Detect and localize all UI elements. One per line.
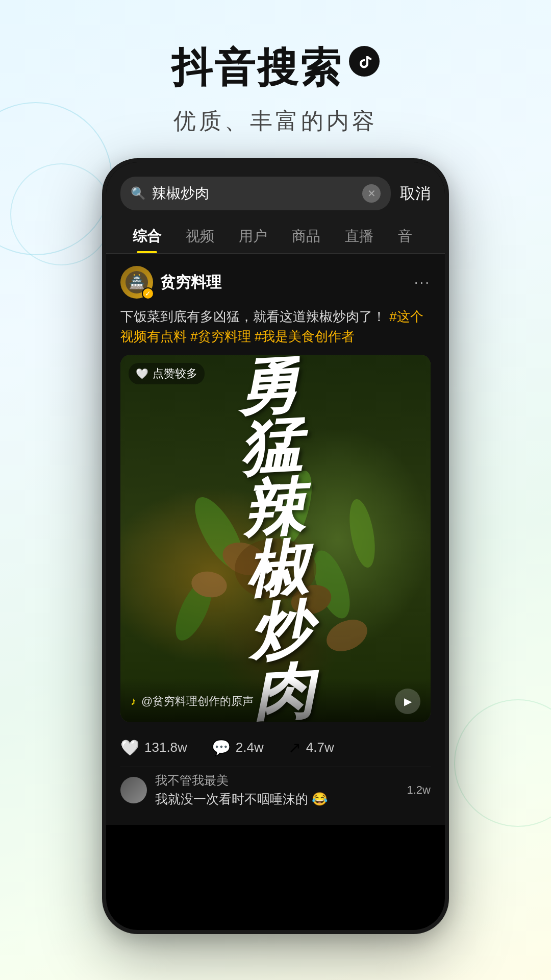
search-icon: 🔍	[131, 186, 146, 201]
phone-mockup: 🔍 辣椒炒肉 ✕ 取消 综合 视频 用户 商品	[102, 158, 449, 934]
comment-row: 我不管我最美 我就没一次看时不咽唾沫的 😂 1.2w	[120, 767, 431, 813]
likes-stat[interactable]: 🤍 131.8w	[120, 739, 187, 756]
cancel-search-button[interactable]: 取消	[400, 183, 431, 204]
likes-count: 131.8w	[144, 740, 187, 755]
bg-decoration-circle-2	[10, 163, 112, 265]
verified-icon: ✓	[142, 287, 154, 300]
hashtag-3[interactable]: #我是美食创作者	[255, 329, 355, 344]
tiktok-logo-badge	[349, 46, 380, 77]
video-source-text: @贫穷料理创作的原声	[141, 694, 254, 709]
search-tabs: 综合 视频 用户 商品 直播 音	[106, 218, 445, 254]
heart-icon: 🤍	[120, 739, 139, 756]
commenter-name: 我不管我最美	[155, 772, 399, 789]
tab-商品[interactable]: 商品	[280, 218, 333, 253]
post-description: 下饭菜到底有多凶猛，就看这道辣椒炒肉了！ #这个视频有点料 #贫穷料理 #我是美…	[120, 307, 431, 347]
content-area: 🏯 ✓ 贫穷料理 ··· 下饭菜到底有多凶猛，就看这道辣椒炒肉了！ #这个视频有…	[106, 254, 445, 825]
tab-音[interactable]: 音	[386, 218, 424, 253]
video-source: ♪ @贫穷料理创作的原声	[131, 694, 254, 709]
tab-视频[interactable]: 视频	[173, 218, 227, 253]
app-title: 抖音搜索	[171, 41, 343, 96]
post-author-wrap: 🏯 ✓ 贫穷料理	[120, 266, 221, 299]
play-button[interactable]: ▶	[395, 689, 420, 714]
tiktok-music-icon: ♪	[131, 695, 136, 708]
author-avatar-wrap: 🏯 ✓	[120, 266, 153, 299]
more-options-button[interactable]: ···	[414, 274, 431, 290]
post-header: 🏯 ✓ 贫穷料理 ···	[120, 266, 431, 299]
video-bottom-bar: ♪ @贫穷料理创作的原声 ▶	[120, 678, 431, 722]
shares-stat[interactable]: ↗ 4.7w	[288, 739, 334, 756]
stats-row: 🤍 131.8w 💬 2.4w ↗ 4.7w	[120, 732, 431, 767]
search-bar-area: 🔍 辣椒炒肉 ✕ 取消	[106, 162, 445, 218]
comment-likes: 1.2w	[407, 783, 431, 797]
tab-综合[interactable]: 综合	[120, 218, 173, 253]
video-thumbnail: 🤍 点赞较多 勇猛辣椒炒肉 ♪	[120, 355, 431, 722]
header-section: 抖音搜索 优质、丰富的内容	[0, 0, 551, 157]
share-icon: ↗	[288, 739, 301, 756]
svg-text:🏯: 🏯	[129, 274, 145, 290]
search-input-wrap[interactable]: 🔍 辣椒炒肉 ✕	[120, 177, 391, 210]
phone-outer-shell: 🔍 辣椒炒肉 ✕ 取消 综合 视频 用户 商品	[102, 158, 449, 934]
comment-content: 我不管我最美 我就没一次看时不咽唾沫的 😂	[155, 772, 399, 807]
author-name: 贫穷料理	[160, 272, 221, 293]
bg-decoration-circle-3	[454, 699, 551, 827]
comments-stat[interactable]: 💬 2.4w	[212, 739, 264, 756]
video-title-overlay: 勇猛辣椒炒肉	[120, 355, 431, 722]
commenter-avatar	[120, 777, 147, 803]
app-subtitle: 优质、丰富的内容	[0, 106, 551, 136]
hashtag-2[interactable]: #贫穷料理	[190, 329, 255, 344]
search-query-text: 辣椒炒肉	[152, 184, 356, 203]
video-big-text: 勇猛辣椒炒肉	[235, 355, 316, 722]
clear-search-button[interactable]: ✕	[362, 184, 381, 203]
main-title-wrap: 抖音搜索	[0, 41, 551, 96]
tab-用户[interactable]: 用户	[227, 218, 280, 253]
video-card[interactable]: 🤍 点赞较多 勇猛辣椒炒肉 ♪	[120, 355, 431, 722]
phone-screen: 🔍 辣椒炒肉 ✕ 取消 综合 视频 用户 商品	[106, 162, 445, 930]
shares-count: 4.7w	[306, 740, 334, 755]
comment-text: 我就没一次看时不咽唾沫的 😂	[155, 791, 399, 807]
comment-icon: 💬	[212, 739, 231, 756]
comments-count: 2.4w	[236, 740, 264, 755]
tab-直播[interactable]: 直播	[333, 218, 386, 253]
